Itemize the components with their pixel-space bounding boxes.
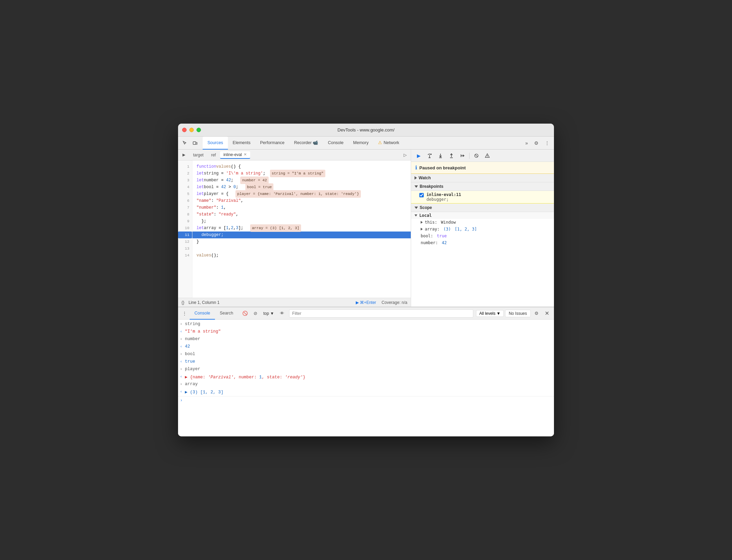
console-entry-player-input: › player: [178, 366, 554, 374]
console-text-bool-input: bool: [185, 352, 551, 356]
bottom-panel: ⋮ Console Search 🚫 ⊘ top ▼ 👁 All levels …: [178, 307, 554, 436]
scope-section-header[interactable]: Scope: [411, 204, 554, 212]
console-text-player-input: player: [185, 367, 551, 372]
scope-number: number: 42: [411, 239, 554, 246]
console-input[interactable]: [185, 398, 551, 403]
code-line-3: let number = 42; number = 42: [192, 177, 411, 184]
no-issues-button[interactable]: No Issues: [505, 310, 531, 317]
console-entry-array-output: ‹ ▶ (3) [1, 2, 3]: [178, 389, 554, 396]
watch-section-header[interactable]: Watch: [411, 174, 554, 182]
scope-key-bool: bool:: [421, 234, 435, 238]
more-tabs-button[interactable]: »: [522, 138, 531, 148]
scope-array[interactable]: array: (3) [1, 2, 3]: [411, 226, 554, 233]
local-section-label[interactable]: Local: [411, 212, 554, 219]
line-num-13: 13: [178, 245, 192, 252]
code-line-4: let bool = 42 > 0; bool = true: [192, 184, 411, 191]
tab-recorder[interactable]: Recorder 📹: [289, 137, 323, 150]
code-line-10: let array = [1,2,3]; array = (3) [1, 2, …: [192, 225, 411, 232]
console-menu-button[interactable]: ⋮: [181, 310, 188, 317]
pause-on-exception-button[interactable]: [483, 151, 492, 160]
breakpoints-section-header[interactable]: Breakpoints: [411, 182, 554, 191]
close-traffic-light[interactable]: [182, 128, 187, 132]
traffic-lights: [182, 128, 201, 132]
line-num-5: 5: [178, 191, 192, 197]
file-tree-toggle[interactable]: ▶: [180, 151, 188, 159]
tab-elements[interactable]: Elements: [228, 137, 255, 150]
main-content: ▶ target ref inline-eval ✕ ▷ 1 2 3 4: [178, 150, 554, 307]
context-arrow-icon: ▼: [270, 311, 274, 316]
eye-icon[interactable]: 👁: [277, 309, 286, 318]
run-snippet-button[interactable]: ▶ ⌘+Enter: [356, 300, 376, 305]
line-num-11: 11: [178, 232, 192, 238]
status-bar-right: ▶ ⌘+Enter Coverage: n/a: [356, 300, 407, 305]
scope-bool: bool: true: [411, 233, 554, 239]
customize-menu-icon[interactable]: ⋮: [542, 138, 552, 148]
device-toolbar-icon[interactable]: [190, 138, 200, 148]
minimize-traffic-light[interactable]: [189, 128, 194, 132]
run-label: ▶ ⌘+Enter: [356, 300, 376, 305]
tab-console-bottom[interactable]: Console: [190, 307, 215, 320]
return-arrow-icon-2: ‹: [180, 345, 182, 349]
tab-search[interactable]: Search: [215, 307, 238, 320]
tab-performance[interactable]: Performance: [255, 137, 289, 150]
return-arrow-icon-3: ‹: [180, 360, 182, 364]
console-entry-array-input: › array: [178, 381, 554, 389]
step-button[interactable]: [458, 151, 467, 160]
step-over-button[interactable]: [425, 151, 434, 160]
window-title: DevTools - www.google.com/: [338, 127, 395, 132]
nav-icon-group: [180, 138, 200, 148]
inspect-icon[interactable]: [180, 138, 190, 148]
level-label: All levels: [479, 311, 495, 316]
step-out-button[interactable]: [447, 151, 456, 160]
console-prompt-icon: ›: [180, 398, 182, 403]
warning-icon: ⚠: [378, 140, 382, 145]
line-num-1: 1: [178, 163, 192, 170]
code-line-13: [192, 245, 411, 252]
settings-icon[interactable]: ⚙: [531, 138, 541, 148]
tab-sources[interactable]: Sources: [203, 137, 228, 150]
source-tab-target[interactable]: target: [190, 152, 207, 158]
scope-triangle-icon: [415, 207, 418, 209]
code-line-12: }: [192, 238, 411, 245]
input-arrow-icon-3: ›: [180, 352, 182, 356]
maximize-traffic-light[interactable]: [196, 128, 201, 132]
context-label: top: [263, 311, 269, 316]
tab-network[interactable]: ⚠Network: [373, 137, 404, 150]
coverage-label: Coverage: n/a: [382, 300, 407, 305]
close-console-button[interactable]: ✕: [542, 309, 551, 318]
title-bar: DevTools - www.google.com/: [178, 124, 554, 137]
input-arrow-icon-4: ›: [180, 367, 182, 371]
tab-memory[interactable]: Memory: [348, 137, 373, 150]
context-selector[interactable]: top ▼: [261, 310, 276, 317]
console-tabs: Console Search: [190, 307, 238, 320]
close-tab-icon[interactable]: ✕: [244, 153, 247, 156]
filter-input[interactable]: [289, 309, 473, 318]
top-nav: Sources Elements Performance Recorder 📹 …: [178, 137, 554, 150]
debug-sections: Watch Breakpoints inline-eval:11 debugge…: [411, 174, 554, 307]
svg-point-14: [487, 157, 488, 157]
breakpoint-checkbox[interactable]: [419, 193, 424, 197]
console-settings-button[interactable]: ⚙: [532, 309, 541, 318]
more-source-tabs-button[interactable]: ▷: [401, 151, 409, 159]
return-arrow-icon: ‹: [180, 330, 182, 334]
scope-this[interactable]: this: Window: [411, 219, 554, 226]
source-tab-inline-eval[interactable]: inline-eval ✕: [220, 151, 250, 159]
console-text-string-input: string: [185, 322, 551, 326]
code-line-6: "name": "Parzival",: [192, 197, 411, 204]
prohibit-icon[interactable]: ⊘: [251, 309, 260, 318]
code-line-2: let string = 'I\'m a string'; string = "…: [192, 170, 411, 177]
console-entry-bool-input: › bool: [178, 351, 554, 359]
code-lines[interactable]: function values() { let string = 'I\'m a…: [192, 160, 411, 298]
paused-banner: ℹ Paused on breakpoint: [411, 162, 554, 174]
tab-console[interactable]: Console: [323, 137, 348, 150]
deactivate-breakpoints-button[interactable]: [472, 151, 481, 160]
resume-button[interactable]: ▶: [414, 151, 423, 160]
scope-key-number: number:: [421, 240, 440, 245]
clear-console-button[interactable]: 🚫: [241, 309, 249, 318]
scope-val-this: Window: [441, 220, 456, 225]
step-into-button[interactable]: [436, 151, 445, 160]
line-num-9: 9: [178, 218, 192, 225]
source-tab-ref[interactable]: ref: [208, 152, 219, 158]
status-bar: {} Line 1, Column 1 ▶ ⌘+Enter Coverage: …: [178, 298, 411, 307]
log-level-selector[interactable]: All levels ▼: [476, 310, 503, 317]
